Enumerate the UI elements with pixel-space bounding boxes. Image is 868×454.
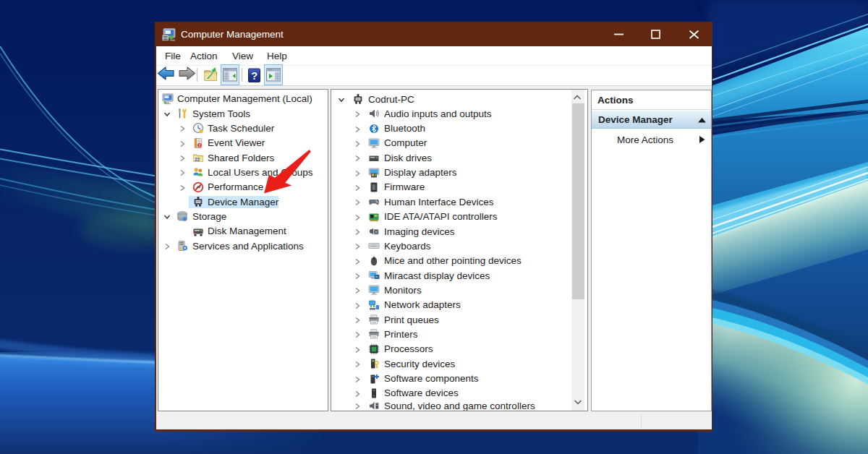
svg-text:?: ?	[251, 70, 258, 82]
